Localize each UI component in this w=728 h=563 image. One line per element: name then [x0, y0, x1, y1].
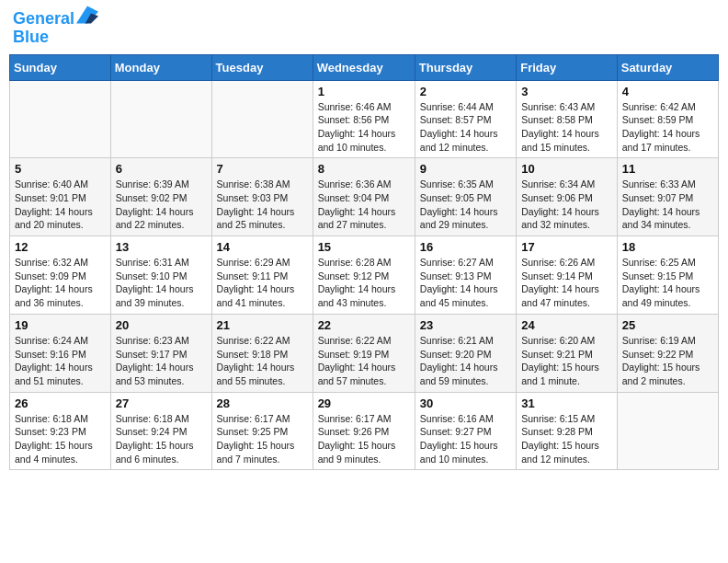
- calendar-cell: 12Sunrise: 6:32 AM Sunset: 9:09 PM Dayli…: [10, 236, 111, 315]
- day-info: Sunrise: 6:19 AM Sunset: 9:22 PM Dayligh…: [622, 334, 713, 388]
- day-info: Sunrise: 6:33 AM Sunset: 9:07 PM Dayligh…: [622, 178, 713, 232]
- day-number: 3: [521, 85, 612, 98]
- calendar-cell: 16Sunrise: 6:27 AM Sunset: 9:13 PM Dayli…: [415, 236, 516, 315]
- day-number: 7: [217, 162, 308, 176]
- calendar-cell: 17Sunrise: 6:26 AM Sunset: 9:14 PM Dayli…: [517, 236, 618, 315]
- day-info: Sunrise: 6:27 AM Sunset: 9:13 PM Dayligh…: [420, 256, 511, 310]
- calendar-cell: 22Sunrise: 6:22 AM Sunset: 9:19 PM Dayli…: [313, 314, 415, 392]
- day-number: 16: [420, 240, 511, 254]
- day-info: Sunrise: 6:34 AM Sunset: 9:06 PM Dayligh…: [521, 178, 612, 232]
- calendar-cell: 9Sunrise: 6:35 AM Sunset: 9:05 PM Daylig…: [415, 158, 516, 236]
- day-info: Sunrise: 6:16 AM Sunset: 9:27 PM Dayligh…: [420, 412, 511, 466]
- day-info: Sunrise: 6:35 AM Sunset: 9:05 PM Dayligh…: [420, 178, 511, 232]
- calendar-cell: 14Sunrise: 6:29 AM Sunset: 9:11 PM Dayli…: [211, 236, 313, 315]
- calendar-header-tuesday: Tuesday: [211, 54, 313, 80]
- calendar-cell: 24Sunrise: 6:20 AM Sunset: 9:21 PM Dayli…: [517, 314, 618, 392]
- day-number: 13: [116, 240, 207, 254]
- calendar-cell: 29Sunrise: 6:17 AM Sunset: 9:26 PM Dayli…: [313, 392, 415, 470]
- calendar-cell: 26Sunrise: 6:18 AM Sunset: 9:23 PM Dayli…: [10, 392, 111, 470]
- day-number: 9: [420, 162, 511, 176]
- calendar-cell: 15Sunrise: 6:28 AM Sunset: 9:12 PM Dayli…: [313, 236, 415, 315]
- calendar-cell: 8Sunrise: 6:36 AM Sunset: 9:04 PM Daylig…: [313, 158, 415, 236]
- day-info: Sunrise: 6:18 AM Sunset: 9:23 PM Dayligh…: [15, 412, 106, 466]
- day-info: Sunrise: 6:17 AM Sunset: 9:26 PM Dayligh…: [318, 412, 410, 466]
- calendar-cell: 30Sunrise: 6:16 AM Sunset: 9:27 PM Dayli…: [415, 392, 516, 470]
- day-info: Sunrise: 6:32 AM Sunset: 9:09 PM Dayligh…: [15, 256, 106, 310]
- calendar-cell: 20Sunrise: 6:23 AM Sunset: 9:17 PM Dayli…: [110, 314, 211, 392]
- calendar-week-row: 1Sunrise: 6:46 AM Sunset: 8:56 PM Daylig…: [10, 80, 719, 158]
- calendar-cell: 21Sunrise: 6:22 AM Sunset: 9:18 PM Dayli…: [211, 314, 313, 392]
- day-number: 22: [318, 318, 410, 332]
- day-number: 17: [521, 240, 612, 254]
- calendar-cell: 3Sunrise: 6:43 AM Sunset: 8:58 PM Daylig…: [517, 80, 618, 158]
- calendar-cell: 10Sunrise: 6:34 AM Sunset: 9:06 PM Dayli…: [517, 158, 618, 236]
- calendar-cell: 1Sunrise: 6:46 AM Sunset: 8:56 PM Daylig…: [313, 80, 415, 158]
- day-number: 24: [521, 318, 612, 332]
- calendar-header-row: SundayMondayTuesdayWednesdayThursdayFrid…: [10, 54, 719, 80]
- calendar-body: 1Sunrise: 6:46 AM Sunset: 8:56 PM Daylig…: [10, 80, 719, 470]
- day-number: 21: [217, 318, 308, 332]
- day-number: 18: [622, 240, 713, 254]
- day-number: 12: [15, 240, 106, 254]
- day-info: Sunrise: 6:21 AM Sunset: 9:20 PM Dayligh…: [420, 334, 511, 388]
- day-number: 30: [420, 396, 511, 410]
- calendar-cell: 6Sunrise: 6:39 AM Sunset: 9:02 PM Daylig…: [110, 158, 211, 236]
- calendar-cell: [617, 392, 718, 470]
- day-number: 4: [622, 85, 713, 98]
- day-number: 28: [217, 396, 308, 410]
- day-info: Sunrise: 6:36 AM Sunset: 9:04 PM Dayligh…: [318, 178, 410, 232]
- day-info: Sunrise: 6:39 AM Sunset: 9:02 PM Dayligh…: [116, 178, 207, 232]
- day-info: Sunrise: 6:24 AM Sunset: 9:16 PM Dayligh…: [15, 334, 106, 388]
- day-number: 27: [116, 396, 207, 410]
- calendar-cell: 23Sunrise: 6:21 AM Sunset: 9:20 PM Dayli…: [415, 314, 516, 392]
- day-number: 20: [116, 318, 207, 332]
- day-number: 11: [622, 162, 713, 176]
- calendar-header-saturday: Saturday: [617, 54, 718, 80]
- day-number: 25: [622, 318, 713, 332]
- day-info: Sunrise: 6:18 AM Sunset: 9:24 PM Dayligh…: [116, 412, 207, 466]
- calendar-week-row: 19Sunrise: 6:24 AM Sunset: 9:16 PM Dayli…: [10, 314, 719, 392]
- calendar-cell: 2Sunrise: 6:44 AM Sunset: 8:57 PM Daylig…: [415, 80, 516, 158]
- day-number: 5: [15, 162, 106, 176]
- day-info: Sunrise: 6:26 AM Sunset: 9:14 PM Dayligh…: [521, 256, 612, 310]
- day-number: 6: [116, 162, 207, 176]
- day-info: Sunrise: 6:20 AM Sunset: 9:21 PM Dayligh…: [521, 334, 612, 388]
- day-number: 2: [420, 85, 511, 98]
- day-number: 8: [318, 162, 410, 176]
- day-number: 26: [15, 396, 106, 410]
- calendar-cell: 7Sunrise: 6:38 AM Sunset: 9:03 PM Daylig…: [211, 158, 313, 236]
- day-info: Sunrise: 6:43 AM Sunset: 8:58 PM Dayligh…: [521, 100, 612, 155]
- calendar-cell: 13Sunrise: 6:31 AM Sunset: 9:10 PM Dayli…: [110, 236, 211, 315]
- logo-icon: [76, 6, 98, 24]
- day-info: Sunrise: 6:15 AM Sunset: 9:28 PM Dayligh…: [521, 412, 612, 466]
- calendar-cell: 18Sunrise: 6:25 AM Sunset: 9:15 PM Dayli…: [617, 236, 718, 315]
- day-info: Sunrise: 6:28 AM Sunset: 9:12 PM Dayligh…: [318, 256, 410, 310]
- day-info: Sunrise: 6:44 AM Sunset: 8:57 PM Dayligh…: [420, 100, 511, 155]
- calendar-cell: [10, 80, 111, 158]
- day-number: 29: [318, 396, 410, 410]
- day-info: Sunrise: 6:17 AM Sunset: 9:25 PM Dayligh…: [217, 412, 308, 466]
- day-number: 14: [217, 240, 308, 254]
- day-info: Sunrise: 6:22 AM Sunset: 9:18 PM Dayligh…: [217, 334, 308, 388]
- day-number: 23: [420, 318, 511, 332]
- calendar-cell: 27Sunrise: 6:18 AM Sunset: 9:24 PM Dayli…: [110, 392, 211, 470]
- calendar-header-friday: Friday: [517, 54, 618, 80]
- calendar-cell: 5Sunrise: 6:40 AM Sunset: 9:01 PM Daylig…: [10, 158, 111, 236]
- day-number: 19: [15, 318, 106, 332]
- calendar-cell: 11Sunrise: 6:33 AM Sunset: 9:07 PM Dayli…: [617, 158, 718, 236]
- calendar-cell: [110, 80, 211, 158]
- calendar-header-wednesday: Wednesday: [313, 54, 415, 80]
- logo-text: GeneralBlue: [13, 9, 98, 47]
- page-header: GeneralBlue: [9, 9, 719, 47]
- day-info: Sunrise: 6:38 AM Sunset: 9:03 PM Dayligh…: [217, 178, 308, 232]
- day-info: Sunrise: 6:46 AM Sunset: 8:56 PM Dayligh…: [318, 100, 410, 155]
- day-info: Sunrise: 6:29 AM Sunset: 9:11 PM Dayligh…: [217, 256, 308, 310]
- calendar-cell: 25Sunrise: 6:19 AM Sunset: 9:22 PM Dayli…: [617, 314, 718, 392]
- calendar-week-row: 26Sunrise: 6:18 AM Sunset: 9:23 PM Dayli…: [10, 392, 719, 470]
- day-info: Sunrise: 6:25 AM Sunset: 9:15 PM Dayligh…: [622, 256, 713, 310]
- day-number: 10: [521, 162, 612, 176]
- calendar-cell: [211, 80, 313, 158]
- day-info: Sunrise: 6:22 AM Sunset: 9:19 PM Dayligh…: [318, 334, 410, 388]
- calendar-header-thursday: Thursday: [415, 54, 516, 80]
- calendar-header-monday: Monday: [110, 54, 211, 80]
